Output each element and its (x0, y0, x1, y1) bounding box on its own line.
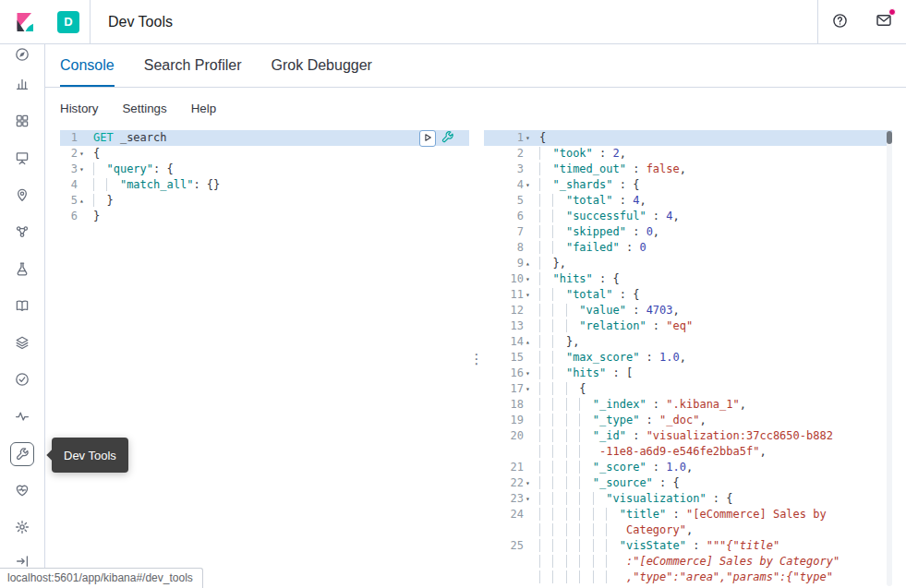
editor-line[interactable]: 4 "match_all": {} (60, 177, 469, 193)
code-text: { (534, 381, 892, 397)
response-line: 21 "_score" : 1.0, (484, 460, 892, 475)
tooltip-label: Dev Tools (64, 449, 116, 462)
editor-line[interactable]: 5▴ } (60, 193, 469, 209)
browser-status-url: localhost:5601/app/kibana#/dev_tools (0, 568, 203, 588)
code-text: }, (534, 256, 892, 271)
sidebar-item-apm[interactable] (0, 399, 44, 436)
response-line: 13 "relation" : "eq" (484, 318, 892, 334)
code-text: "_id" : "visualization:37cc8650-b882 (534, 428, 892, 444)
code-text: "successful" : 4, (534, 209, 892, 224)
line-gutter: 3▾ (60, 162, 88, 177)
response-line: 9▴ }, (484, 256, 892, 271)
fold-toggle-icon[interactable]: ▾ (524, 130, 534, 146)
sidebar-item-discover[interactable] (0, 44, 44, 66)
line-gutter: 25 (484, 538, 534, 554)
fold-toggle-icon[interactable]: ▾ (524, 475, 534, 491)
logs-icon (15, 298, 30, 316)
code-text: "query": { (88, 162, 469, 177)
line-gutter: 14▴ (484, 334, 534, 350)
sidebar-item-monitoring[interactable] (0, 473, 44, 510)
code-text: "total" : { (534, 287, 892, 303)
fold-toggle-icon[interactable]: ▾ (524, 287, 534, 303)
sidebar-item-dev-tools[interactable] (0, 436, 44, 473)
line-gutter: 15 (484, 350, 534, 366)
send-request-button[interactable] (419, 130, 436, 147)
history-menu-item[interactable]: History (60, 102, 98, 115)
metrics-icon (15, 335, 30, 353)
code-text: "timed_out" : false, (534, 162, 892, 177)
help-button[interactable] (817, 0, 862, 44)
fold-toggle-icon[interactable]: ▾ (524, 271, 534, 287)
fold-toggle-icon[interactable]: ▾ (78, 162, 88, 177)
response-scrollbar[interactable] (887, 131, 892, 586)
console-panes: 1GET _search2▾{3▾ "query": {4 "match_all… (45, 129, 906, 588)
code-text: "relation" : "eq" (534, 318, 892, 334)
sidebar-item-machine-learning[interactable] (0, 214, 44, 251)
sidebar-item-dashboard[interactable] (0, 103, 44, 140)
app-sidebar (0, 44, 45, 588)
settings-menu-item[interactable]: Settings (122, 102, 166, 115)
fold-toggle-icon[interactable]: ▴ (524, 334, 534, 350)
response-line: 2 "took" : 2, (484, 146, 892, 162)
line-gutter: 9▴ (484, 256, 534, 271)
request-editor-pane[interactable]: 1GET _search2▾{3▾ "query": {4 "match_all… (60, 129, 469, 588)
fold-toggle-icon[interactable]: ▴ (78, 193, 88, 209)
tab-grok-debugger[interactable]: Grok Debugger (272, 44, 372, 87)
sidebar-item-maps[interactable] (0, 177, 44, 214)
request-options-button[interactable] (441, 130, 454, 147)
sidebar-item-logs[interactable] (0, 288, 44, 325)
fold-toggle-icon[interactable]: ▾ (78, 146, 88, 162)
response-viewer-pane: 1▾{2 "took" : 2,3 "timed_out" : false,4▾… (484, 129, 892, 588)
line-gutter: 17▾ (484, 381, 534, 397)
response-line: 6 "successful" : 4, (484, 209, 892, 224)
response-line: 5 "total" : 4, (484, 193, 892, 209)
request-editor[interactable]: 1GET _search2▾{3▾ "query": {4 "match_all… (60, 129, 469, 224)
uptime-icon (15, 372, 30, 390)
line-gutter: 19 (484, 413, 534, 428)
space-badge[interactable]: D (57, 11, 79, 33)
sidebar-item-uptime[interactable] (0, 362, 44, 399)
response-line: 7 "skipped" : 0, (484, 224, 892, 240)
response-line: 11▾ "total" : { (484, 287, 892, 303)
response-line: Category", (484, 522, 892, 538)
sidebar-item-management[interactable] (0, 510, 44, 546)
code-text: "max_score" : 1.0, (534, 350, 892, 366)
response-scrollbar-thumb[interactable] (887, 131, 892, 144)
editor-line[interactable]: 2▾{ (60, 146, 469, 162)
response-line: 15 "max_score" : 1.0, (484, 350, 892, 366)
code-text: :"[eCommerce] Sales by Category" (534, 554, 892, 570)
fold-toggle-icon[interactable]: ▾ (524, 381, 534, 397)
newsfeed-button[interactable] (862, 0, 906, 44)
code-text: "hits" : [ (534, 366, 892, 381)
help-menu-item[interactable]: Help (191, 102, 216, 115)
code-text: } (88, 193, 469, 209)
fold-toggle-icon[interactable]: ▾ (524, 366, 534, 381)
editor-line[interactable]: 6} (60, 209, 469, 224)
maps-icon (15, 187, 30, 205)
code-text: { (88, 146, 469, 162)
tab-console[interactable]: Console (60, 44, 115, 87)
sidebar-item-metrics[interactable] (0, 325, 44, 362)
editor-line[interactable]: 1GET _search (60, 130, 469, 146)
fold-toggle-icon[interactable]: ▾ (524, 491, 534, 507)
response-viewer: 1▾{2 "took" : 2,3 "timed_out" : false,4▾… (484, 129, 892, 585)
editor-line[interactable]: 3▾ "query": { (60, 162, 469, 177)
fold-toggle-icon[interactable]: ▾ (524, 177, 534, 193)
line-gutter: 10▾ (484, 271, 534, 287)
line-gutter: 21 (484, 460, 534, 475)
pane-resizer-handle[interactable]: ⋮ (469, 129, 484, 588)
tab-search-profiler[interactable]: Search Profiler (144, 44, 242, 87)
fold-toggle-icon[interactable]: ▴ (524, 256, 534, 271)
line-gutter: 12 (484, 303, 534, 318)
code-text: -11e8-a6d9-e546fe2bba5f", (534, 444, 892, 460)
discover-icon (15, 47, 30, 65)
code-text: "_source" : { (534, 475, 892, 491)
line-gutter: 6 (60, 209, 88, 224)
sidebar-item-visualize[interactable] (0, 66, 44, 103)
sidebar-item-graph[interactable] (0, 251, 44, 288)
kibana-logo-icon[interactable] (15, 13, 33, 31)
sidebar-item-canvas[interactable] (0, 140, 44, 177)
line-gutter: 7 (484, 224, 534, 240)
response-line: 16▾ "hits" : [ (484, 366, 892, 381)
response-line: 14▴ }, (484, 334, 892, 350)
